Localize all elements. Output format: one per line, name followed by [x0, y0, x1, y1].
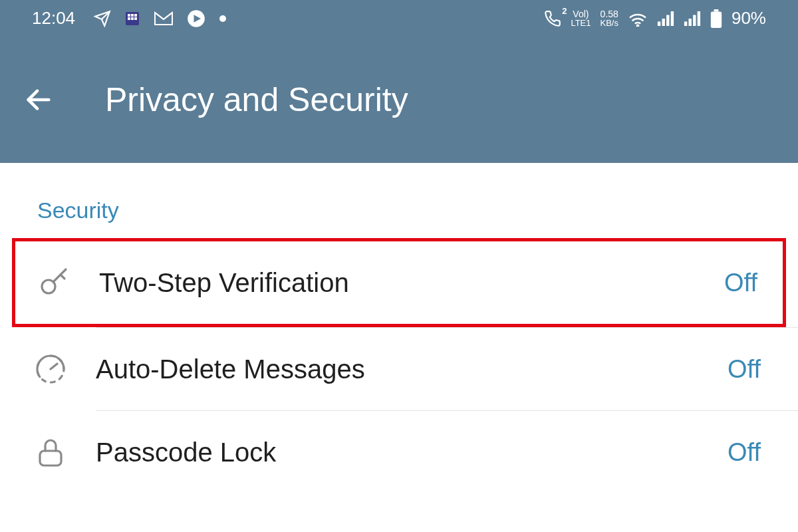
battery-icon [710, 9, 722, 28]
wifi-icon [628, 11, 648, 27]
row-value: Off [724, 269, 757, 297]
gmail-icon [154, 11, 174, 26]
svg-rect-11 [662, 19, 664, 26]
svg-rect-6 [134, 17, 137, 20]
svg-rect-3 [134, 14, 137, 17]
status-time: 12:04 [32, 8, 75, 29]
signal-bars-icon [657, 11, 674, 26]
app-grid-icon [124, 11, 140, 27]
row-label: Passcode Lock [96, 438, 728, 467]
row-value: Off [728, 355, 761, 384]
app-bar: Privacy and Security [0, 37, 798, 163]
status-bar-left: 12:04 [32, 8, 227, 29]
row-value: Off [728, 438, 761, 467]
row-label: Two-Step Verification [99, 268, 724, 298]
back-button[interactable] [19, 80, 59, 120]
svg-rect-14 [684, 21, 687, 26]
svg-rect-1 [128, 14, 130, 17]
section-header-security: Security [0, 163, 798, 238]
svg-rect-12 [666, 15, 669, 26]
play-circle-icon [187, 9, 205, 28]
status-bar-right: 2 Vol) LTE1 0.58 KB/s 90% [544, 8, 766, 29]
svg-rect-4 [128, 17, 130, 20]
svg-rect-2 [131, 14, 134, 17]
svg-rect-10 [658, 21, 660, 26]
svg-rect-16 [693, 15, 696, 26]
two-step-verification-row[interactable]: Two-Step Verification Off [12, 238, 786, 327]
dot-icon [219, 15, 227, 23]
auto-delete-messages-row[interactable]: Auto-Delete Messages Off [0, 328, 798, 410]
send-icon [94, 10, 111, 27]
network-type-indicator: Vol) LTE1 [571, 9, 591, 27]
phone-icon: 2 [544, 10, 561, 27]
network-speed-indicator: 0.58 KB/s [600, 9, 618, 27]
key-icon [35, 264, 72, 301]
arrow-left-icon [23, 84, 54, 115]
svg-rect-17 [698, 11, 700, 26]
signal-bars-icon-2 [684, 11, 701, 26]
svg-line-23 [51, 364, 57, 369]
page-title: Privacy and Security [105, 80, 408, 119]
svg-rect-19 [711, 11, 722, 28]
svg-rect-18 [714, 9, 718, 12]
timer-icon [32, 350, 69, 388]
status-bar: 12:04 2 Vol) LTE1 0.58 KB/s [0, 0, 798, 37]
passcode-lock-row[interactable]: Passcode Lock Off [0, 411, 798, 493]
battery-percent: 90% [732, 8, 766, 29]
svg-rect-24 [40, 451, 61, 466]
lock-icon [32, 434, 69, 471]
svg-point-8 [219, 15, 226, 22]
row-label: Auto-Delete Messages [96, 354, 728, 384]
security-settings-list: Two-Step Verification Off Auto-Delete Me… [0, 238, 798, 493]
svg-rect-15 [688, 19, 691, 26]
svg-rect-13 [671, 11, 674, 26]
svg-rect-5 [131, 17, 134, 20]
svg-point-9 [637, 25, 638, 26]
